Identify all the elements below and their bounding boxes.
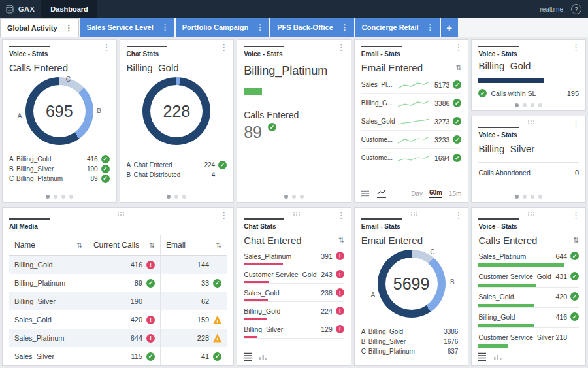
period-15m[interactable]: 15m xyxy=(449,190,461,197)
page-dot[interactable] xyxy=(300,195,304,199)
item-value: 3386 xyxy=(434,99,449,107)
status-icon: ✓ xyxy=(101,175,110,183)
widget-subtitle: Voice - Stats xyxy=(478,131,579,139)
page-dot[interactable] xyxy=(523,103,527,107)
page-dot[interactable] xyxy=(538,103,542,107)
add-tab-button[interactable]: + xyxy=(441,18,458,37)
value-bar xyxy=(478,263,564,267)
cell-value: 190 xyxy=(131,297,142,305)
table-row[interactable]: Sales_Silver 115✓ 41✓ xyxy=(9,347,227,365)
drag-handle-icon[interactable] xyxy=(528,120,529,122)
sort-icon[interactable]: ⇅ xyxy=(76,241,82,250)
page-dot[interactable] xyxy=(538,195,542,199)
page-dot[interactable] xyxy=(523,195,527,199)
page-dot[interactable] xyxy=(292,195,296,199)
tab-concierge-retail[interactable]: Concierge Retail ⋮ xyxy=(355,18,440,37)
nav-dashboard[interactable]: Dashboard xyxy=(41,0,97,18)
status-icon: ! xyxy=(146,316,155,324)
table-row[interactable]: Billing_Silver 190 62 xyxy=(9,292,227,310)
table-row[interactable]: Sales_Gold 420! 159! xyxy=(9,310,227,329)
cell-value: 62 xyxy=(201,297,209,305)
drag-handle-icon[interactable] xyxy=(293,212,295,213)
donut-hole: 228 xyxy=(150,85,203,137)
value-bar xyxy=(244,299,268,301)
legend-value: 1676 xyxy=(444,337,458,346)
page-dot[interactable] xyxy=(531,103,534,107)
item-value: 1694 xyxy=(434,154,449,162)
page-dot[interactable] xyxy=(174,195,178,199)
widget-menu-icon[interactable]: ⋮ xyxy=(451,210,466,221)
tab-portfolio-campaign[interactable]: Portfolio Campaign ⋮ xyxy=(176,18,269,37)
item-value: 238 xyxy=(321,289,333,297)
tab-menu-icon[interactable]: ⋮ xyxy=(63,24,76,33)
list-view-icon[interactable] xyxy=(244,352,252,361)
page-dot[interactable] xyxy=(61,195,65,199)
gax-logo-icon xyxy=(5,5,14,14)
tab-menu-icon[interactable]: ⋮ xyxy=(253,23,267,32)
column-header-name[interactable]: Name⇅ xyxy=(9,235,88,255)
table-row[interactable]: Sales_Platinum 644! 228! xyxy=(9,329,227,347)
widget-menu-icon[interactable]: ⋮ xyxy=(568,118,583,129)
widget-subtitle: Email - Stats xyxy=(361,50,462,58)
chart-view-icon[interactable] xyxy=(494,354,502,360)
page-dot[interactable] xyxy=(515,195,519,199)
column-header-email[interactable]: Email⇅ xyxy=(160,235,227,255)
legend-name: Billing_Silver xyxy=(368,337,444,346)
sort-icon[interactable]: ⇅ xyxy=(573,236,579,244)
metric-row: Calls Abandoned 0 xyxy=(478,169,579,176)
drag-handle-icon[interactable] xyxy=(528,212,529,213)
legend-key: B xyxy=(9,165,16,173)
page-dot[interactable] xyxy=(182,195,186,199)
tab-global-activity[interactable]: Global Activity ⋮ xyxy=(0,18,79,37)
widget-menu-icon[interactable]: ⋮ xyxy=(216,210,231,221)
widget-grid: ⋮ Voice - Stats Calls Entered 695 A B C … xyxy=(2,39,586,366)
legend-item: B Billing_Silver 1676 xyxy=(361,337,462,346)
subtitle-rule xyxy=(9,218,50,220)
page-dot[interactable] xyxy=(167,195,171,199)
widget-menu-icon[interactable]: ⋮ xyxy=(334,210,349,221)
chart-view-icon[interactable] xyxy=(377,189,386,198)
chart-view-icon[interactable] xyxy=(259,354,267,360)
table-row[interactable]: Billing_Gold 416! 144 xyxy=(9,256,227,274)
widget-menu-icon[interactable]: ⋮ xyxy=(216,42,231,53)
sort-icon[interactable]: ⇅ xyxy=(338,236,344,244)
pagination-dots[interactable] xyxy=(472,195,585,199)
status-icon: ! xyxy=(336,288,344,297)
drag-handle-icon[interactable] xyxy=(118,212,119,213)
widget-menu-icon[interactable]: ⋮ xyxy=(568,42,583,53)
tab-pfs-back-office[interactable]: PFS Back-Office ⋮ xyxy=(270,18,354,37)
list-view-icon[interactable] xyxy=(361,190,369,197)
sort-icon[interactable]: ⇅ xyxy=(216,241,221,250)
page-dot[interactable] xyxy=(284,195,288,199)
pagination-dots[interactable] xyxy=(237,195,351,199)
item-value: 416 xyxy=(555,313,567,321)
page-dot[interactable] xyxy=(531,195,534,199)
donut-chart: 695 A B C xyxy=(16,77,103,153)
legend-value: 416 xyxy=(87,155,98,163)
column-header-current-calls[interactable]: Current Calls⇅ xyxy=(88,235,160,255)
widget-menu-icon[interactable]: ⋮ xyxy=(334,42,349,53)
widget-menu-icon[interactable]: ⋮ xyxy=(451,42,466,53)
period-60m[interactable]: 60m xyxy=(429,189,442,198)
pagination-dots[interactable] xyxy=(472,103,585,107)
page-dot[interactable] xyxy=(69,195,73,199)
widget-menu-icon[interactable]: ⋮ xyxy=(568,210,583,221)
page-dot[interactable] xyxy=(46,195,50,199)
table-row[interactable]: Billing_Platinum 89✓ 33✓ xyxy=(9,274,227,292)
period-day[interactable]: Day xyxy=(411,190,423,197)
sort-icon[interactable]: ⇅ xyxy=(455,63,461,72)
pagination-dots[interactable] xyxy=(120,195,234,199)
widget-menu-icon[interactable]: ⋮ xyxy=(99,42,114,53)
tab-menu-icon[interactable]: ⋮ xyxy=(159,23,172,32)
item-name: Billing_Gold xyxy=(478,313,555,321)
list-view-icon[interactable] xyxy=(478,352,486,361)
page-dot[interactable] xyxy=(54,195,57,199)
tab-menu-icon[interactable]: ⋮ xyxy=(338,23,351,32)
pagination-dots[interactable] xyxy=(3,195,116,199)
help-icon[interactable]: ? xyxy=(571,4,581,14)
tab-sales-service-level[interactable]: Sales Service Level ⋮ xyxy=(80,18,174,37)
page-dot[interactable] xyxy=(515,103,519,107)
drag-handle-icon[interactable] xyxy=(411,212,412,213)
tab-menu-icon[interactable]: ⋮ xyxy=(424,23,437,32)
sort-icon[interactable]: ⇅ xyxy=(149,241,155,250)
